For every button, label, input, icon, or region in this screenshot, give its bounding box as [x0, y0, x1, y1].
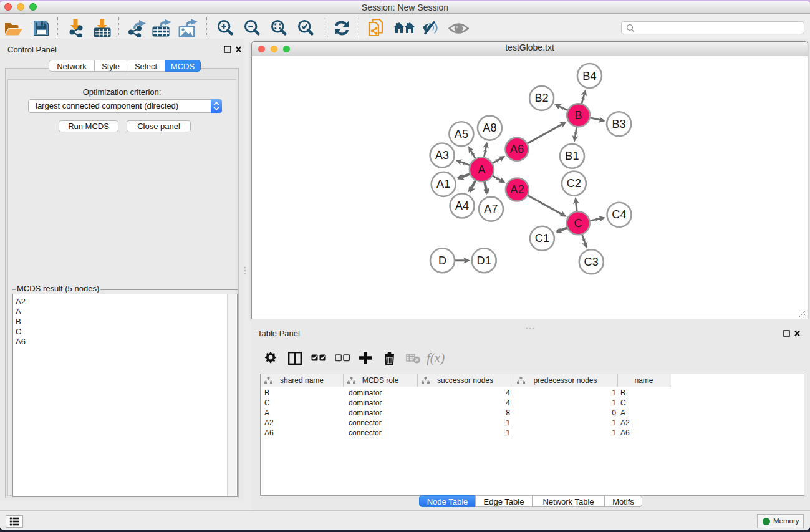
svg-text:B1: B1: [565, 150, 579, 162]
svg-text:B4: B4: [582, 70, 596, 82]
svg-text:D1: D1: [476, 254, 491, 267]
svg-text:C: C: [574, 217, 582, 230]
svg-text:C1: C1: [535, 232, 549, 244]
svg-text:A1: A1: [436, 178, 450, 190]
svg-text:D: D: [438, 254, 446, 267]
svg-text:A6: A6: [510, 143, 524, 155]
svg-text:B: B: [574, 109, 582, 122]
svg-text:C2: C2: [567, 177, 581, 190]
svg-text:A7: A7: [484, 203, 498, 215]
svg-text:A8: A8: [483, 122, 496, 134]
svg-text:C3: C3: [584, 256, 599, 268]
svg-text:B3: B3: [612, 118, 625, 130]
svg-text:A5: A5: [455, 128, 468, 140]
svg-text:A: A: [478, 163, 485, 176]
svg-text:A3: A3: [435, 149, 449, 162]
svg-text:B2: B2: [534, 92, 548, 104]
svg-text:A2: A2: [510, 183, 524, 196]
svg-text:C4: C4: [612, 208, 626, 221]
svg-text:A4: A4: [455, 200, 469, 212]
